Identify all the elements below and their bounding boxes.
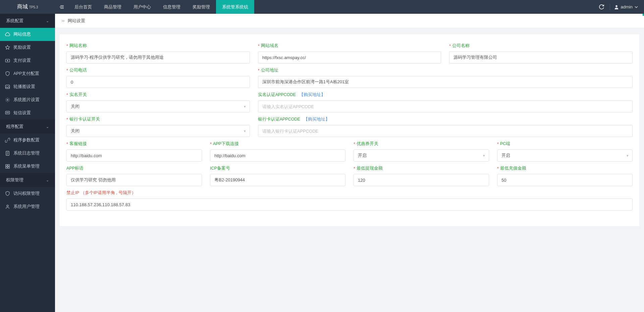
min-withdraw-input[interactable]: [354, 174, 489, 186]
ban-ip-input[interactable]: [66, 198, 633, 211]
sidebar-collapse-button[interactable]: [55, 4, 68, 10]
bankcard-buy-link[interactable]: 【购买地址】: [304, 117, 330, 122]
settings-form: *网站名称 *网站域名 *公司名称 *公司电话 *公司地址: [60, 34, 639, 226]
sidebar-item-sys-image[interactable]: 系统图片设置: [0, 93, 55, 106]
menu-icon: [5, 164, 10, 169]
nav-item-home[interactable]: 后台首页: [68, 0, 98, 14]
nav-item-goods[interactable]: 商品管理: [98, 0, 127, 14]
chevron-down-icon: ⌄: [46, 125, 49, 129]
company-name-input[interactable]: [449, 51, 633, 63]
sidebar-item-menus[interactable]: 系统菜单管理: [0, 160, 55, 173]
field-site-domain: *网站域名: [254, 41, 445, 65]
svg-rect-2: [60, 8, 64, 9]
site-domain-input[interactable]: [258, 51, 441, 63]
refresh-icon: [599, 4, 604, 9]
svg-rect-6: [5, 85, 9, 88]
cloud-icon: [5, 32, 10, 37]
field-cs-link: *客服链接: [62, 139, 206, 164]
nav-item-user[interactable]: 用户中心: [127, 0, 157, 14]
svg-point-11: [8, 113, 9, 113]
hamburger-icon: [59, 4, 64, 10]
user-icon: [614, 5, 619, 9]
sidebar-group-perm[interactable]: 权限管理 ⌄: [0, 173, 55, 187]
sidebar-item-app-pay[interactable]: APP支付配置: [0, 67, 55, 80]
user-icon: [5, 204, 10, 210]
svg-point-7: [7, 99, 8, 101]
company-tel-input[interactable]: [66, 76, 250, 88]
min-topup-input[interactable]: [497, 174, 633, 186]
icp-input[interactable]: [210, 174, 345, 186]
card-icon: [5, 58, 10, 63]
field-min-withdraw: *最低提现金额: [350, 164, 493, 188]
realname-switch-select[interactable]: [66, 100, 250, 113]
field-realname-appcode: 实名认证APPCODE【购买地址】: [254, 90, 637, 115]
gear-icon: [5, 97, 10, 103]
user-menu[interactable]: admin: [611, 4, 644, 9]
realname-buy-link[interactable]: 【购买地址】: [299, 92, 325, 98]
field-company-addr: *公司地址: [254, 65, 637, 90]
sidebar-item-params[interactable]: 程序参数配置: [0, 134, 55, 147]
sidebar-group-program[interactable]: 程序配置 ⌄: [0, 120, 55, 134]
sidebar: 系统配置 ⌄ 网站信息 奖励设置 支付设置 APP支付配置 轮播图设置 系统图片…: [0, 14, 55, 312]
shield-icon: [5, 191, 10, 196]
field-bankcard-switch: *银行卡认证开关 ▾: [62, 115, 254, 139]
field-ban-ip: 禁止IP（多个IP请用半角 , 号隔开）: [62, 188, 637, 213]
refresh-button[interactable]: [595, 4, 608, 9]
brand: 商城 TP5.3: [0, 3, 55, 10]
field-bankcard-appcode: 银行卡认证APPCODE【购买地址】: [254, 115, 637, 139]
realname-appcode-input[interactable]: [258, 100, 633, 113]
sms-icon: [5, 110, 10, 116]
svg-rect-14: [8, 165, 9, 166]
top-nav: 后台首页 商品管理 用户中心 信息管理 奖励管理 系统管系统铳: [68, 0, 254, 14]
pc-switch-select[interactable]: [497, 149, 633, 162]
field-app-dl-link: *APP下载连接: [206, 139, 350, 164]
bankcard-appcode-input[interactable]: [258, 125, 633, 137]
shield-icon: [5, 71, 10, 77]
breadcrumb-arrow-icon: ≫: [61, 19, 65, 23]
sidebar-item-carousel[interactable]: 轮播图设置: [0, 80, 55, 93]
sidebar-item-sysuser[interactable]: 系统用户管理: [0, 200, 55, 213]
svg-point-3: [615, 5, 618, 7]
breadcrumb-title: 网站设置: [68, 18, 85, 24]
site-name-input[interactable]: [66, 51, 250, 63]
app-slogan-input[interactable]: [66, 174, 202, 186]
sidebar-item-reward[interactable]: 奖励设置: [0, 41, 55, 54]
svg-point-17: [7, 205, 8, 207]
breadcrumb: ≫ 网站设置: [55, 14, 644, 28]
sidebar-item-logs[interactable]: 系统日志管理: [0, 147, 55, 160]
app-dl-link-input[interactable]: [210, 149, 345, 162]
nav-item-reward[interactable]: 奖励管理: [186, 0, 216, 14]
company-addr-input[interactable]: [258, 76, 633, 88]
field-app-slogan: APP标语: [62, 164, 206, 188]
cs-link-input[interactable]: [66, 149, 202, 162]
svg-point-5: [7, 60, 8, 61]
sidebar-group-system[interactable]: 系统配置 ⌄: [0, 14, 55, 28]
sidebar-item-sms[interactable]: 短信设置: [0, 106, 55, 120]
sidebar-item-access[interactable]: 访问权限管理: [0, 187, 55, 200]
sidebar-item-pay[interactable]: 支付设置: [0, 54, 55, 67]
coupon-switch-select[interactable]: [354, 149, 489, 162]
field-company-tel: *公司电话: [62, 65, 254, 90]
sidebar-item-site-info[interactable]: 网站信息: [0, 28, 55, 41]
doc-icon: [5, 151, 10, 156]
brand-version: TP5.3: [29, 5, 38, 9]
field-icp: ICP备案号: [206, 164, 350, 188]
brand-name: 商城: [17, 3, 28, 10]
chevron-down-icon: [635, 5, 638, 9]
field-site-name: *网站名称: [62, 41, 254, 65]
image-icon: [5, 84, 10, 90]
field-pc-switch: *PC端 ▾: [493, 139, 637, 164]
svg-rect-15: [5, 167, 7, 168]
nav-item-system[interactable]: 系统管系统铳: [216, 0, 254, 14]
link-icon: [5, 138, 10, 143]
nav-item-info[interactable]: 信息管理: [157, 0, 186, 14]
scrollbar-indicator: [643, 14, 644, 16]
svg-point-9: [6, 113, 7, 113]
svg-rect-1: [60, 7, 64, 7]
bankcard-switch-select[interactable]: [66, 125, 250, 137]
main-content: ≫ 网站设置 *网站名称 *网站域名 *公司名称: [55, 14, 644, 312]
top-header: 商城 TP5.3 后台首页 商品管理 用户中心 信息管理 奖励管理 系统管系统铳…: [0, 0, 644, 14]
svg-rect-13: [5, 165, 7, 166]
field-company-name: *公司名称: [445, 41, 637, 65]
field-coupon-switch: *优惠券开关 ▾: [350, 139, 493, 164]
